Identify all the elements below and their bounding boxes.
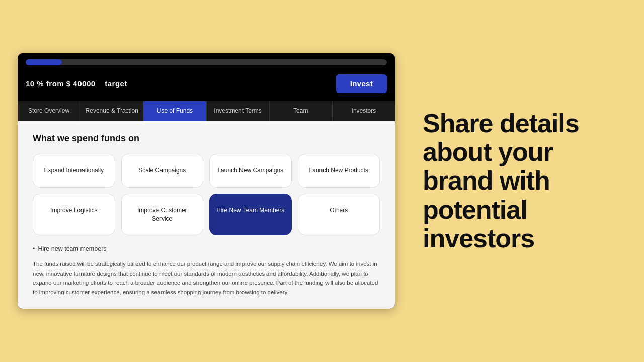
bullet-text: Hire new team members <box>38 245 106 252</box>
fund-item-others[interactable]: Others <box>298 194 380 236</box>
right-panel: Share details about your brand with pote… <box>413 0 644 362</box>
nav-tabs: Store Overview Revenue & Traction Use of… <box>18 101 395 121</box>
tagline: Share details about your brand with pote… <box>423 109 624 253</box>
left-panel: 10 % from $ 40000 target Invest Store Ov… <box>0 0 413 362</box>
progress-bar-track <box>26 59 387 65</box>
fund-item-launch-new-campaigns[interactable]: Launch New Campaigns <box>209 154 292 188</box>
content-area: What we spend funds on Expand Internatio… <box>18 121 395 309</box>
funding-info: 10 % from $ 40000 target <box>26 79 127 88</box>
tab-store-overview[interactable]: Store Overview <box>18 101 80 121</box>
progress-bar-container <box>18 53 395 69</box>
fund-grid: Expand Internationally Scale Campaigns L… <box>33 154 380 235</box>
fund-item-hire-new-team-members[interactable]: Hire New Team Members <box>209 194 292 236</box>
app-window: 10 % from $ 40000 target Invest Store Ov… <box>18 53 395 309</box>
description-text: The funds raised will be strategically u… <box>33 259 380 297</box>
fund-item-improve-customer-service[interactable]: Improve Customer Service <box>121 194 204 236</box>
bullet-point: • Hire new team members <box>33 245 380 252</box>
content-title: What we spend funds on <box>33 133 380 144</box>
tab-use-of-funds[interactable]: Use of Funds <box>143 101 206 121</box>
tab-investment-terms[interactable]: Investment Terms <box>207 101 270 121</box>
tab-revenue-traction[interactable]: Revenue & Traction <box>80 101 143 121</box>
header-section: 10 % from $ 40000 target Invest <box>18 69 395 101</box>
invest-button[interactable]: Invest <box>336 74 387 93</box>
tab-team[interactable]: Team <box>270 101 333 121</box>
fund-item-scale-campaigns[interactable]: Scale Campaigns <box>121 154 204 188</box>
tab-investors[interactable]: Investors <box>333 101 395 121</box>
fund-item-launch-new-products[interactable]: Launch New Products <box>298 154 380 188</box>
bullet-icon: • <box>33 245 35 252</box>
fund-item-improve-logistics[interactable]: Improve Logistics <box>33 194 115 236</box>
funding-text: 10 % from $ 40000 <box>26 79 96 88</box>
target-label: target <box>105 79 127 88</box>
progress-bar-fill <box>26 59 62 65</box>
fund-item-expand-internationally[interactable]: Expand Internationally <box>33 154 115 188</box>
